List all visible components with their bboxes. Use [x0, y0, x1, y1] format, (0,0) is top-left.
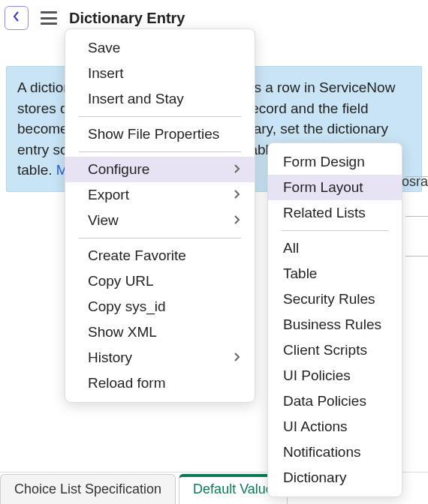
menu-item-label: Insert — [88, 65, 124, 82]
submenu-item-data-policies[interactable]: Data Policies — [268, 388, 402, 414]
submenu-item-business-rules[interactable]: Business Rules — [268, 312, 402, 338]
menu-divider — [79, 152, 241, 152]
menu-item-label: Configure — [88, 161, 149, 178]
menu-item-label: Form Design — [283, 154, 365, 170]
background-divider-lines — [405, 176, 428, 296]
menu-item-label: Copy sys_id — [88, 298, 166, 315]
context-menu: Save Insert Insert and Stay Show File Pr… — [65, 28, 255, 403]
menu-item-label: Create Favorite — [88, 248, 186, 264]
chevron-right-icon — [234, 212, 241, 229]
menu-item-save[interactable]: Save — [65, 35, 255, 61]
menu-item-label: Export — [88, 187, 129, 203]
menu-item-label: Dictionary — [283, 470, 346, 486]
tab-label: Choice List Specification — [14, 482, 161, 496]
menu-divider — [79, 116, 241, 117]
menu-item-view[interactable]: View — [65, 208, 255, 233]
configure-submenu: Form Design Form Layout Related Lists Al… — [267, 142, 402, 497]
menu-divider — [79, 238, 241, 238]
menu-item-label: UI Policies — [283, 368, 351, 384]
menu-item-label: Insert and Stay — [88, 91, 184, 107]
chevron-right-icon — [234, 350, 241, 366]
menu-item-history[interactable]: History — [65, 345, 255, 370]
menu-divider — [282, 230, 388, 231]
chevron-right-icon — [234, 161, 241, 178]
menu-item-label: History — [88, 350, 132, 366]
submenu-item-all[interactable]: All — [268, 236, 402, 261]
submenu-item-notifications[interactable]: Notifications — [268, 440, 402, 465]
menu-item-label: Copy URL — [88, 273, 154, 290]
menu-item-insert[interactable]: Insert — [65, 61, 255, 86]
menu-item-create-favorite[interactable]: Create Favorite — [65, 243, 255, 268]
menu-item-label: View — [88, 212, 119, 229]
menu-item-reload-form[interactable]: Reload form — [65, 370, 255, 396]
submenu-item-table[interactable]: Table — [268, 261, 402, 286]
menu-item-copy-url[interactable]: Copy URL — [65, 268, 255, 294]
menu-item-label: Show XML — [88, 324, 157, 340]
submenu-item-client-scripts[interactable]: Client Scripts — [268, 338, 402, 363]
menu-item-label: Reload form — [88, 375, 166, 392]
submenu-item-ui-actions[interactable]: UI Actions — [268, 414, 402, 440]
menu-item-label: Data Policies — [283, 393, 366, 410]
submenu-item-dictionary[interactable]: Dictionary — [268, 465, 402, 490]
submenu-item-related-lists[interactable]: Related Lists — [268, 200, 402, 226]
menu-item-label: Business Rules — [283, 316, 381, 333]
tab-label: Default Value — [193, 482, 273, 496]
menu-item-label: Related Lists — [283, 205, 366, 221]
tab-choice-list-specification[interactable]: Choice List Specification — [0, 474, 176, 504]
menu-item-label: Client Scripts — [283, 342, 367, 358]
menu-item-label: All — [283, 240, 299, 256]
menu-item-export[interactable]: Export — [65, 182, 255, 208]
submenu-item-form-layout[interactable]: Form Layout — [268, 175, 402, 200]
menu-item-insert-and-stay[interactable]: Insert and Stay — [65, 86, 255, 112]
submenu-item-ui-policies[interactable]: UI Policies — [268, 363, 402, 388]
menu-item-label: Show File Properties — [88, 126, 219, 142]
menu-item-label: Table — [283, 266, 317, 282]
menu-item-label: Notifications — [283, 444, 361, 460]
menu-item-show-file-properties[interactable]: Show File Properties — [65, 122, 255, 147]
submenu-item-form-design[interactable]: Form Design — [268, 149, 402, 175]
menu-item-label: Security Rules — [283, 291, 375, 308]
menu-item-label: Save — [88, 40, 120, 56]
page-title: Dictionary Entry — [69, 10, 185, 27]
menu-item-label: UI Actions — [283, 418, 348, 435]
chevron-right-icon — [234, 187, 241, 203]
menu-item-show-xml[interactable]: Show XML — [65, 320, 255, 345]
hamburger-menu-button[interactable] — [41, 11, 57, 25]
submenu-item-security-rules[interactable]: Security Rules — [268, 286, 402, 312]
menu-item-copy-sys-id[interactable]: Copy sys_id — [65, 294, 255, 320]
menu-item-label: Form Layout — [283, 179, 363, 196]
chevron-left-icon — [12, 10, 21, 26]
menu-item-configure[interactable]: Configure — [65, 157, 255, 182]
back-button[interactable] — [5, 6, 29, 30]
